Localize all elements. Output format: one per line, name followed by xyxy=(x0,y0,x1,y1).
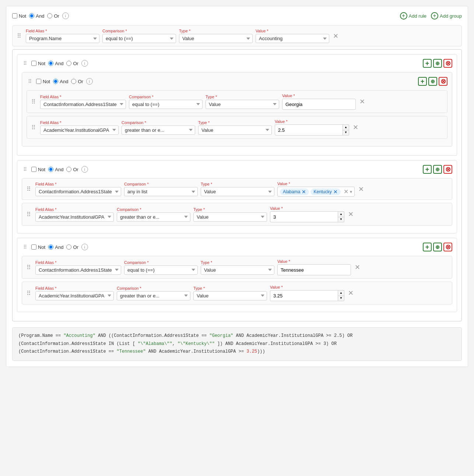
g2-r1-tag-container[interactable]: Alabama ✕ Kentucky ✕ ✕ ▾ xyxy=(277,187,355,197)
group1-inner-not-input[interactable] xyxy=(36,79,41,84)
group1-and-input[interactable] xyxy=(48,61,53,66)
g2-r1-comparison-select[interactable]: any in list xyxy=(124,187,198,196)
group3-not-input[interactable] xyxy=(31,244,36,250)
g3-r1-remove[interactable]: ✕ xyxy=(354,263,361,271)
group1-inner-add-rule-btn[interactable]: + xyxy=(418,77,427,86)
group1-add-rule-btn[interactable]: + xyxy=(423,59,432,68)
g3-r2-value-input[interactable] xyxy=(270,290,344,301)
g2-r2-remove[interactable]: ✕ xyxy=(347,210,354,218)
group1-and-radio[interactable]: And xyxy=(48,61,63,66)
group1-inner-or-input[interactable] xyxy=(71,79,76,84)
group1-or-input[interactable] xyxy=(66,61,71,66)
top-rule-comparison-select[interactable]: equal to (==) xyxy=(102,34,176,43)
top-rule-field-select[interactable]: Program.Name xyxy=(26,34,99,43)
group3-rule2-drag[interactable]: ⠿ xyxy=(25,290,32,297)
group2-not[interactable]: Not xyxy=(31,167,45,172)
top-or-radio-input[interactable] xyxy=(47,13,52,18)
group2-and[interactable]: And xyxy=(48,167,63,172)
group2-not-input[interactable] xyxy=(31,167,36,172)
group3-or[interactable]: Or xyxy=(66,244,78,250)
add-group-button[interactable]: + Add group xyxy=(431,12,462,20)
group1-inner-or[interactable]: Or xyxy=(71,79,83,84)
group1-drag-handle[interactable]: ⠿ xyxy=(22,60,28,66)
g2-r2-comparison-select[interactable]: greater than or e... xyxy=(117,212,190,222)
group1-remove-btn[interactable]: ⊗ xyxy=(443,59,452,68)
group1-inner-rule1-drag[interactable]: ⠿ xyxy=(30,98,37,105)
g3-r2-comparison-select[interactable]: greater than or e... xyxy=(117,291,190,300)
group1-inner-rule2-drag[interactable]: ⠿ xyxy=(30,124,37,131)
top-and-radio[interactable]: And xyxy=(29,13,44,19)
add-rule-button[interactable]: + Add rule xyxy=(400,12,426,20)
group2-or[interactable]: Or xyxy=(66,167,78,172)
tag-input-chevron[interactable]: ▾ xyxy=(350,189,352,194)
group1-inner-info-icon[interactable]: i xyxy=(86,78,93,85)
g2-r2-spinner-up[interactable]: ▲ xyxy=(338,211,344,217)
top-info-icon[interactable]: i xyxy=(62,13,69,19)
group3-add-rule-btn[interactable]: + xyxy=(423,243,432,251)
group1-or-radio[interactable]: Or xyxy=(66,61,78,66)
top-and-radio-input[interactable] xyxy=(29,13,34,18)
g2-r2-value-input[interactable] xyxy=(270,211,344,222)
g3-r1-comparison-select[interactable]: equal to (==) xyxy=(124,265,198,275)
group2-add-group-btn[interactable]: ⊕ xyxy=(433,165,442,174)
g3-r1-value-input[interactable] xyxy=(277,264,351,275)
g1i-r2-field-select[interactable]: AcademicYear.InstitutionalGPA xyxy=(40,126,119,135)
g2-r1-type-select[interactable]: Value xyxy=(201,187,274,196)
top-rule-value-select[interactable]: Accounting xyxy=(256,34,329,43)
g2-r2-type-select[interactable]: Value xyxy=(193,212,267,222)
g3-r2-remove[interactable]: ✕ xyxy=(347,289,354,297)
group3-and[interactable]: And xyxy=(48,244,63,250)
group2-remove-btn[interactable]: ⊗ xyxy=(443,165,452,174)
top-rule-type-select[interactable]: Value xyxy=(179,34,253,43)
g1i-r1-field-select[interactable]: ContactInformation.Address1State xyxy=(40,100,126,109)
g1i-r1-remove[interactable]: ✕ xyxy=(359,98,366,106)
group2-info-icon[interactable]: i xyxy=(81,166,88,173)
g2-r1-field-select[interactable]: ContactInformation.Address1State xyxy=(35,187,121,196)
top-not-checkbox-input[interactable] xyxy=(12,13,17,18)
group3-and-input[interactable] xyxy=(48,244,53,250)
g2-r1-remove[interactable]: ✕ xyxy=(358,185,365,193)
tag-input-clear[interactable]: ✕ xyxy=(344,188,348,195)
g3-r2-spinner-up[interactable]: ▲ xyxy=(338,290,344,296)
group3-drag-handle[interactable]: ⠿ xyxy=(22,244,28,250)
group3-info-icon[interactable]: i xyxy=(81,244,88,250)
g2-r2-spinner-down[interactable]: ▼ xyxy=(338,217,344,223)
g3-r2-field-select[interactable]: AcademicYear.InstitutionalGPA xyxy=(35,291,114,300)
g3-r2-spinner-down[interactable]: ▼ xyxy=(338,296,344,302)
g3-r2-type-select[interactable]: Value xyxy=(193,291,267,300)
top-not-checkbox[interactable]: Not xyxy=(12,13,26,19)
top-or-radio[interactable]: Or xyxy=(47,13,59,19)
top-rule-remove-button[interactable]: ✕ xyxy=(332,32,339,40)
group2-or-input[interactable] xyxy=(66,167,71,172)
tag-kentucky-remove[interactable]: ✕ xyxy=(333,189,338,194)
group2-drag-handle[interactable]: ⠿ xyxy=(22,166,28,172)
g1i-r2-spinner-down[interactable]: ▼ xyxy=(343,130,349,136)
group1-inner-drag[interactable]: ⠿ xyxy=(27,78,33,84)
g1i-r2-remove[interactable]: ✕ xyxy=(352,123,359,131)
group1-add-group-btn[interactable]: ⊕ xyxy=(433,59,442,68)
group3-remove-btn[interactable]: ⊗ xyxy=(443,243,452,251)
group2-rule2-drag[interactable]: ⠿ xyxy=(25,211,32,218)
group1-not-checkbox[interactable]: Not xyxy=(31,61,45,66)
g1i-r2-comparison-select[interactable]: greater than or e... xyxy=(122,126,195,135)
g1i-r2-type-select[interactable]: Value xyxy=(198,126,272,135)
g3-r1-type-select[interactable]: Value xyxy=(201,265,274,275)
g2-r2-field-select[interactable]: AcademicYear.InstitutionalGPA xyxy=(35,212,114,222)
group1-not-input[interactable] xyxy=(31,61,36,66)
g1i-r1-value-input[interactable] xyxy=(282,99,356,110)
g1i-r2-spinner-up[interactable]: ▲ xyxy=(343,124,349,130)
group2-rule1-drag[interactable]: ⠿ xyxy=(25,186,32,193)
tag-alabama-remove[interactable]: ✕ xyxy=(302,189,306,194)
group1-inner-and[interactable]: And xyxy=(53,79,68,84)
g1i-r1-comparison-select[interactable]: equal to (==) xyxy=(129,100,203,109)
group1-inner-and-input[interactable] xyxy=(53,79,58,84)
group2-and-input[interactable] xyxy=(48,167,53,172)
group1-inner-remove-btn[interactable]: ⊗ xyxy=(439,77,447,86)
group1-inner-not[interactable]: Not xyxy=(36,79,50,84)
group1-info-icon[interactable]: i xyxy=(81,60,88,67)
top-rule-drag-handle[interactable]: ⠿ xyxy=(15,32,23,39)
group3-or-input[interactable] xyxy=(66,244,71,250)
group2-add-rule-btn[interactable]: + xyxy=(423,165,432,174)
g1i-r2-value-input[interactable] xyxy=(275,124,349,135)
group3-not[interactable]: Not xyxy=(31,244,45,250)
